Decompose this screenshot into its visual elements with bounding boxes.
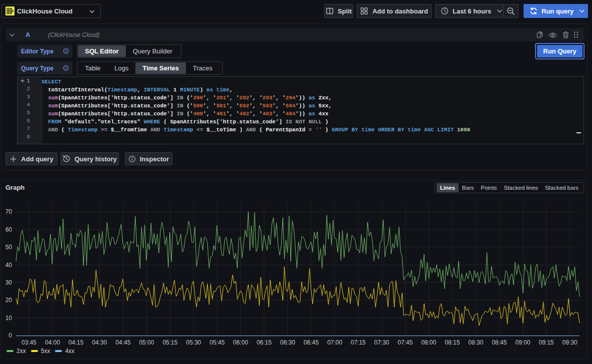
svg-text:30: 30 [5, 279, 12, 286]
svg-text:10: 10 [5, 315, 12, 322]
svg-text:05:30: 05:30 [186, 339, 201, 346]
svg-text:20: 20 [5, 297, 12, 304]
svg-text:08:15: 08:15 [445, 339, 460, 346]
svg-text:07:15: 07:15 [351, 339, 366, 346]
svg-text:07:00: 07:00 [327, 339, 342, 346]
svg-text:08:30: 08:30 [468, 339, 483, 346]
svg-text:09:15: 09:15 [539, 339, 554, 346]
svg-text:04:15: 04:15 [68, 339, 83, 346]
svg-text:05:15: 05:15 [162, 339, 177, 346]
svg-text:08:00: 08:00 [421, 339, 436, 346]
svg-text:03:45: 03:45 [21, 339, 36, 346]
svg-text:09:00: 09:00 [515, 339, 530, 346]
svg-text:04:45: 04:45 [115, 339, 130, 346]
svg-text:40: 40 [5, 262, 12, 269]
svg-text:06:30: 06:30 [280, 339, 295, 346]
svg-text:07:30: 07:30 [374, 339, 389, 346]
svg-text:04:00: 04:00 [45, 339, 60, 346]
svg-text:07:45: 07:45 [398, 339, 413, 346]
svg-text:60: 60 [5, 226, 12, 233]
svg-text:05:45: 05:45 [210, 339, 225, 346]
svg-text:06:15: 06:15 [257, 339, 272, 346]
svg-text:08:45: 08:45 [492, 339, 507, 346]
svg-text:0: 0 [8, 332, 12, 339]
svg-text:06:45: 06:45 [304, 339, 319, 346]
svg-text:50: 50 [5, 244, 12, 251]
svg-text:09:30: 09:30 [563, 339, 578, 346]
svg-text:70: 70 [5, 208, 12, 215]
svg-text:05:00: 05:00 [139, 339, 154, 346]
svg-text:04:30: 04:30 [92, 339, 107, 346]
svg-text:06:00: 06:00 [233, 339, 248, 346]
